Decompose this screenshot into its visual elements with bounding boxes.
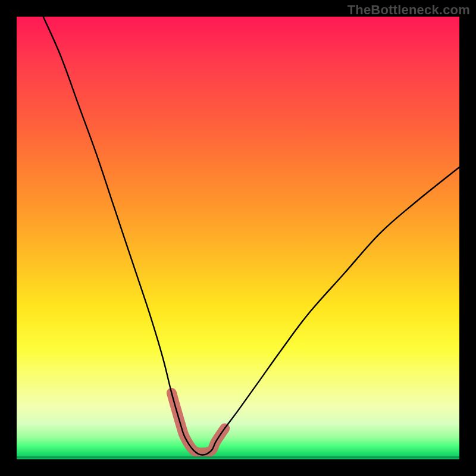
bottleneck-curve (43, 17, 459, 455)
chart-frame: TheBottleneck.com (0, 0, 476, 476)
watermark-text: TheBottleneck.com (347, 2, 470, 18)
plot-area (17, 17, 459, 459)
curve-layer (17, 17, 459, 459)
